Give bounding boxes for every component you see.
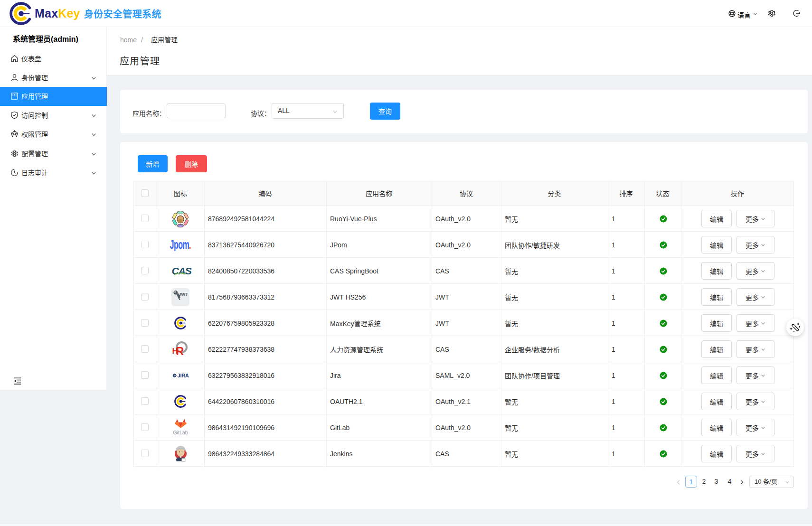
svg-text:R: R xyxy=(176,345,184,357)
svg-text:JWT: JWT xyxy=(179,291,188,297)
